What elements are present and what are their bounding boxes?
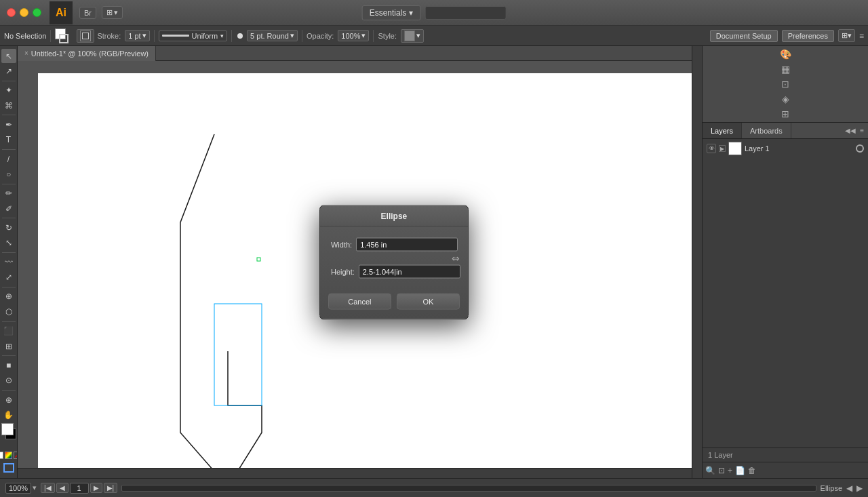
height-input[interactable] [359,264,460,278]
zoom-area: ▾ [5,483,37,494]
ellipse-dialog: Ellipse Width: ⇔ Height: C [319,205,469,319]
dialog-title-bar: Ellipse [320,205,468,226]
next-page-btn[interactable]: ▶ [90,483,102,493]
ok-button[interactable]: OK [397,293,460,309]
locate-object-btn[interactable]: 🔍 [705,466,715,475]
dialog-title: Ellipse [381,211,408,220]
width-input[interactable] [356,237,458,251]
layer-visibility-toggle[interactable]: 👁 [707,144,716,153]
symbols-icon[interactable]: ◈ [782,94,789,104]
essentials-button[interactable]: Essentials ▾ [362,5,421,20]
divider5 [373,30,374,42]
zoom-input[interactable] [5,483,31,494]
cancel-button[interactable]: Cancel [328,293,391,309]
perspective-tool[interactable]: ⬛ [1,324,16,338]
dialog-buttons: Cancel OK [320,293,468,319]
pen-tool[interactable]: ✒ [1,117,16,132]
page-number-input[interactable] [70,483,89,494]
color-tools [0,423,18,450]
text-tool[interactable]: T [1,133,16,147]
arrange-button[interactable]: ⊞▾ [838,29,855,42]
stroke-profile-select[interactable]: Uniform ▾ [159,31,228,41]
panel-toggle[interactable]: ≡ [859,31,864,41]
constrain-proportions-icon[interactable]: ⇔ [450,252,461,263]
pencil-tool[interactable]: ✐ [1,201,16,216]
color-panel-icon[interactable]: 🎨 [780,49,791,60]
eyedropper-tool[interactable]: ⊙ [1,374,16,388]
window-controls [7,8,41,17]
mesh-tool[interactable]: ⊞ [1,339,16,353]
opacity-select[interactable]: 100% ▾ [338,30,369,41]
magic-wand-tool[interactable]: ✦ [1,83,16,98]
stroke-icon [77,29,94,43]
gradient-mode[interactable] [5,452,12,459]
prev-page-btn[interactable]: ◀ [56,483,68,493]
rotate-tool[interactable]: ↻ [1,220,16,235]
direct-selection-tool[interactable]: ↗ [1,64,16,78]
brushes-icon[interactable]: ⊡ [781,79,789,90]
divider2 [154,30,155,42]
panel-menu-btn[interactable]: ≡ [859,125,865,136]
scale-tool[interactable]: ⤡ [1,236,16,250]
lasso-tool[interactable]: ⌘ [1,98,16,113]
layer-expand-toggle[interactable]: ▶ [719,145,726,152]
last-page-btn[interactable]: ▶| [104,483,118,493]
artboard-nav-left[interactable]: ◀ [846,483,852,493]
live-paint-tool[interactable]: ⬡ [1,304,16,319]
panel-expand-btn[interactable]: ◀◀ [844,125,857,136]
create-new-layer-btn[interactable]: 📄 [735,466,745,475]
shape-tool[interactable]: ○ [1,167,16,181]
zoom-tool[interactable]: ⊕ [1,393,16,407]
separator3 [2,149,16,150]
swatches-icon[interactable]: ▦ [781,64,790,75]
control-bar: No Selection Stroke: 1 pt ▾ Uniform ▾ 5 … [0,26,868,46]
hand-tool[interactable]: ✋ [1,407,16,422]
artboards-tab[interactable]: Artboards [742,123,791,138]
style-select[interactable]: ▾ [401,29,424,43]
delete-layer-btn[interactable]: 🗑 [748,466,756,475]
shape-builder-tool[interactable]: ⊕ [1,290,16,304]
first-page-btn[interactable]: |◀ [41,483,55,493]
doc-setup-button[interactable]: Document Setup [710,30,778,42]
normal-mode[interactable] [0,452,3,459]
brush-dot-icon [237,33,243,39]
stroke-label: Stroke: [97,32,121,40]
warp-tool[interactable]: 〰 [1,255,16,269]
tool-name-status: Ellipse [821,484,842,492]
stroke-swatch[interactable] [59,34,68,43]
brush-tool[interactable]: ✏ [1,186,16,201]
gradient-tool[interactable]: ■ [1,358,16,372]
make-clipping-mask-btn[interactable]: ⊡ [718,466,725,475]
divider3 [231,30,232,42]
title-center: Essentials ▾ [362,5,507,20]
artboard-tool-bottom[interactable] [1,461,16,475]
create-new-sublayer-btn[interactable]: + [728,466,732,475]
preferences-button[interactable]: Preferences [782,30,834,42]
divider [50,30,51,42]
search-input[interactable] [425,6,506,20]
main-layout: ↖ ↗ ✦ ⌘ ✒ T / ○ ✏ ✐ ↻ ⤡ 〰 ⤢ ⊕ ⬡ ⬛ ⊞ ■ ⊙ … [0,46,868,478]
separator2 [2,115,16,115]
selection-status: No Selection [4,32,46,40]
fill-color-box[interactable] [1,423,14,435]
minimize-button[interactable] [20,8,28,17]
selection-tool[interactable]: ↖ [1,49,16,63]
stroke-width-select[interactable]: 1 pt ▾ [125,30,149,41]
layers-tab[interactable]: Layers [703,123,742,138]
status-bar: ▾ |◀ ◀ ▶ ▶| Ellipse ◀ ▶ [0,478,868,497]
free-transform-tool[interactable]: ⤢ [1,270,16,284]
layers-panel: Layers Artboards ◀◀ ≡ 👁 ▶ Layer 1 1 Laye… [703,123,868,478]
line-tool[interactable]: / [1,152,16,166]
layer-row[interactable]: 👁 ▶ Layer 1 [703,139,868,158]
separator [2,81,16,81]
bridge-button[interactable]: Br [79,7,96,19]
brush-select[interactable]: 5 pt. Round ▾ [247,30,298,41]
app-logo: Ai [50,1,73,24]
arrange-documents-button[interactable]: ⊞▾ [102,6,123,19]
layer-target-circle[interactable] [856,144,864,153]
maximize-button[interactable] [33,8,41,17]
artboard-nav-right[interactable]: ▶ [856,483,863,493]
close-button[interactable] [7,8,16,17]
graphic-styles-icon[interactable]: ⊞ [781,108,789,119]
separator4 [2,184,16,184]
